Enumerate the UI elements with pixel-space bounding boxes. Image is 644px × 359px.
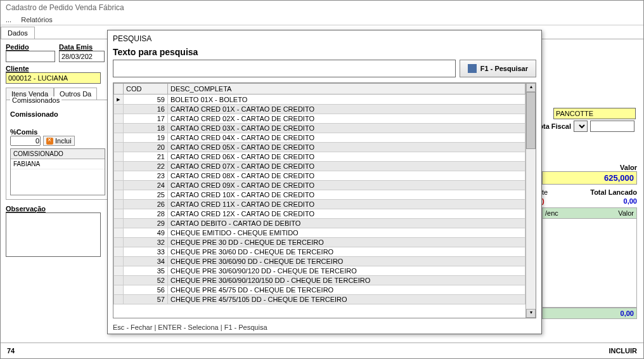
- table-row[interactable]: 33CHEQUE PRE 30/60 DD - CHEQUE DE TERCEI…: [114, 247, 525, 257]
- cell-cod: 19: [124, 133, 168, 143]
- table-row[interactable]: 18CARTAO CRED 03X - CARTAO DE CREDITO: [114, 124, 525, 133]
- cell-cod: 52: [124, 276, 168, 285]
- incluir-comis-button[interactable]: Inclui: [43, 136, 75, 146]
- row-marker-header: [114, 84, 124, 95]
- cliente-value[interactable]: 000012 - LUCIANA: [6, 72, 101, 84]
- cell-desc: CHEQUE PRE 30/60/90/120/150 DD - CHEQUE …: [168, 276, 525, 285]
- row-marker: [114, 143, 124, 152]
- venc-label: /enc: [545, 209, 558, 217]
- results-grid[interactable]: COD DESC_COMPLETA ▸59BOLETO 01X - BOLETO…: [113, 83, 525, 318]
- row-marker: [114, 162, 124, 171]
- row-marker: [114, 171, 124, 181]
- cell-cod: 16: [124, 105, 168, 114]
- incluir-comis-label: Inclui: [55, 137, 72, 145]
- row-marker: [114, 285, 124, 295]
- cell-desc: CARTAO CRED 08X - CARTAO DE CREDITO: [168, 171, 525, 181]
- table-row[interactable]: 28CARTAO CRED 12X - CARTAO DE CREDITO: [114, 209, 525, 219]
- table-row[interactable]: 34CHEQUE PRE 30/60/90 DD - CHEQUE DE TER…: [114, 257, 525, 266]
- cell-desc: CARTAO CRED 10X - CARTAO DE CREDITO: [168, 190, 525, 200]
- cell-desc: CARTAO CRED 01X - CARTAO DE CREDITO: [168, 105, 525, 114]
- table-row[interactable]: 35CHEQUE PRE 30/60/90/120 DD - CHEQUE DE…: [114, 266, 525, 276]
- cell-cod: 23: [124, 171, 168, 181]
- cell-desc: CHEQUE PRE 30/60/90 DD - CHEQUE DE TERCE…: [168, 257, 525, 266]
- green-total: 0,00: [542, 308, 637, 319]
- cell-desc: CARTAO CRED 12X - CARTAO DE CREDITO: [168, 209, 525, 219]
- table-row[interactable]: ▸59BOLETO 01X - BOLETO: [114, 95, 525, 105]
- cell-cod: 17: [124, 114, 168, 124]
- grid-scrollbar[interactable]: ▴ ▾: [525, 83, 536, 318]
- status-right: INCLUIR: [609, 347, 637, 355]
- table-row[interactable]: 16CARTAO CRED 01X - CARTAO DE CREDITO: [114, 105, 525, 114]
- data-input[interactable]: [59, 51, 105, 62]
- scroll-up-icon[interactable]: ▴: [526, 83, 536, 92]
- comissionado-col-header: COMISSIONADO: [11, 149, 105, 159]
- comissionados-title: Comissionados: [10, 96, 61, 104]
- window-title: Cadastro de Pedido Venda Fábrica: [1, 1, 643, 15]
- cell-desc: CHEQUE PRE 45/75/105 DD - CHEQUE DE TERC…: [168, 295, 525, 304]
- pesquisar-button[interactable]: F1 - Pesquisar: [460, 60, 536, 77]
- cell-cod: 32: [124, 238, 168, 247]
- valor-value: 625,000: [542, 171, 637, 185]
- table-row[interactable]: 26CARTAO CRED 11X - CARTAO DE CREDITO: [114, 200, 525, 209]
- cell-cod: 56: [124, 285, 168, 295]
- row-marker: [114, 105, 124, 114]
- cell-cod: 57: [124, 295, 168, 304]
- table-row[interactable]: 20CARTAO CRED 05X - CARTAO DE CREDITO: [114, 143, 525, 152]
- row-marker: [114, 295, 124, 304]
- te-label: te: [542, 188, 548, 196]
- row-marker: [114, 200, 124, 209]
- table-row[interactable]: 52CHEQUE PRE 30/60/90/120/150 DD - CHEQU…: [114, 276, 525, 285]
- search-input[interactable]: [113, 60, 456, 77]
- cell-desc: CHEQUE PRE 30/60/90/120 DD - CHEQUE DE T…: [168, 266, 525, 276]
- table-row[interactable]: 57CHEQUE PRE 45/75/105 DD - CHEQUE DE TE…: [114, 295, 525, 304]
- table-row[interactable]: 25CARTAO CRED 10X - CARTAO DE CREDITO: [114, 190, 525, 200]
- table-row[interactable]: 49CHEQUE EMITIDO - CHEQUE EMITIDO: [114, 228, 525, 238]
- search-label: Texto para pesquisa: [108, 47, 541, 57]
- table-row[interactable]: 56CHEQUE PRE 45/75 DD - CHEQUE DE TERCEI…: [114, 285, 525, 295]
- row-marker: [114, 228, 124, 238]
- total-lancado-label: Total Lancado: [590, 188, 637, 196]
- table-row[interactable]: FABIANA: [11, 159, 105, 169]
- table-row[interactable]: 29CARTAO DEBITO - CARTAO DE DEBITO: [114, 219, 525, 228]
- table-row[interactable]: 17CARTAO CRED 02X - CARTAO DE CREDITO: [114, 114, 525, 124]
- cell-desc: CHEQUE EMITIDO - CHEQUE EMITIDO: [168, 228, 525, 238]
- cell-cod: 34: [124, 257, 168, 266]
- cell-cod: 24: [124, 181, 168, 190]
- scroll-down-icon[interactable]: ▾: [526, 309, 536, 318]
- row-marker: [114, 114, 124, 124]
- pedido-input[interactable]: [6, 51, 55, 62]
- scroll-thumb[interactable]: [526, 92, 536, 149]
- observacao-textarea[interactable]: [6, 212, 101, 257]
- table-row[interactable]: 21CARTAO CRED 06X - CARTAO DE CREDITO: [114, 152, 525, 162]
- table-row[interactable]: 19CARTAO CRED 04X - CARTAO DE CREDITO: [114, 133, 525, 143]
- menubar: ... Relatórios: [1, 15, 643, 25]
- cell-cod: 28: [124, 209, 168, 219]
- cell-cod: 22: [124, 162, 168, 171]
- table-row[interactable]: 32CHEQUE PRE 30 DD - CHEQUE DE TERCEIRO: [114, 238, 525, 247]
- menu-dots[interactable]: ...: [6, 16, 11, 23]
- row-marker: [114, 247, 124, 257]
- pct-comis-input[interactable]: [10, 136, 41, 146]
- cell-cod: 20: [124, 143, 168, 152]
- valor-label: Valor: [542, 164, 637, 171]
- menu-relatorios[interactable]: Relatórios: [21, 16, 53, 23]
- cell-desc: CARTAO CRED 07X - CARTAO DE CREDITO: [168, 162, 525, 171]
- modal-footer-help: Esc - Fechar | ENTER - Seleciona | F1 - …: [108, 321, 541, 334]
- row-marker: [114, 124, 124, 133]
- row-marker: ▸: [114, 95, 124, 105]
- table-row[interactable]: 24CARTAO CRED 09X - CARTAO DE CREDITO: [114, 181, 525, 190]
- status-left: 74: [7, 347, 15, 355]
- cell-desc: BOLETO 01X - BOLETO: [168, 95, 525, 105]
- cell-desc: CARTAO DEBITO - CARTAO DE DEBITO: [168, 219, 525, 228]
- tab-dados[interactable]: Dados: [1, 27, 35, 39]
- col-cod[interactable]: COD: [124, 84, 168, 95]
- table-row[interactable]: 22CARTAO CRED 07X - CARTAO DE CREDITO: [114, 162, 525, 171]
- row-marker: [114, 266, 124, 276]
- cell-desc: CARTAO CRED 02X - CARTAO DE CREDITO: [168, 114, 525, 124]
- col-desc[interactable]: DESC_COMPLETA: [168, 84, 525, 95]
- red-paren: ): [542, 197, 544, 205]
- book-icon: [468, 64, 477, 73]
- table-row[interactable]: 23CARTAO CRED 08X - CARTAO DE CREDITO: [114, 171, 525, 181]
- comissionado-table[interactable]: COMISSIONADO FABIANA: [10, 148, 105, 195]
- cliente-label: Cliente: [6, 65, 101, 72]
